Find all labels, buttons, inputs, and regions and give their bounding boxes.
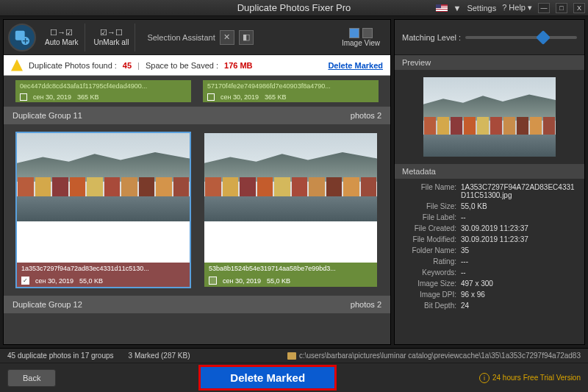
delete-marked-button[interactable]: Delete Marked bbox=[198, 365, 337, 391]
selection-tool-1-button[interactable]: ✕ bbox=[220, 30, 234, 45]
image-view-label: Image View bbox=[342, 39, 380, 47]
unmark-all-label: UnMark all bbox=[94, 38, 129, 46]
mark-checkbox[interactable] bbox=[207, 93, 215, 101]
metadata-key: Image Size: bbox=[401, 279, 461, 288]
left-panel: ☐→☑ Auto Mark ☑→☐ UnMark all Selection A… bbox=[3, 19, 391, 345]
group-header: Duplicate Group 11 photos 2 bbox=[4, 107, 390, 124]
metadata-row: File Label:-- bbox=[401, 212, 578, 223]
metadata-key: File Modified: bbox=[401, 235, 461, 243]
toolbar: ☐→☑ Auto Mark ☑→☐ UnMark all Selection A… bbox=[4, 20, 390, 55]
metadata-value: 35 bbox=[461, 246, 578, 254]
metadata-value: 24 bbox=[461, 302, 578, 310]
footer: 45 duplicate photos in 17 groups 3 Marke… bbox=[0, 348, 588, 392]
close-button[interactable]: X bbox=[573, 3, 585, 13]
back-button[interactable]: Back bbox=[7, 369, 56, 387]
metadata-row: File Name:1A353C7297F94A72AD83EC4331D11C… bbox=[401, 182, 578, 201]
preview-area bbox=[395, 70, 584, 164]
metadata-row: Rating:--- bbox=[401, 256, 578, 267]
auto-mark-button[interactable]: ☐→☑ Auto Mark bbox=[39, 24, 85, 51]
titlebar: Duplicate Photos Fixer Pro ▼ Settings ? … bbox=[0, 0, 588, 16]
group-title: Duplicate Group 12 bbox=[12, 300, 82, 309]
group-count: photos 2 bbox=[351, 111, 381, 120]
summary-text: 45 duplicate photos in 17 groups bbox=[7, 352, 114, 360]
thumbnail-card[interactable]: 1a353c7297f94a72ad83ec4331d11c5130... ✓с… bbox=[15, 132, 191, 288]
mark-checkbox[interactable] bbox=[209, 277, 217, 285]
metadata-row: File Modified:30.09.2019 11:23:37 bbox=[401, 234, 578, 245]
dropdown-caret-icon[interactable]: ▼ bbox=[453, 4, 462, 13]
selection-assistant: Selection Assistant ✕ ◧ bbox=[138, 30, 262, 45]
thumb-size: 365 KB bbox=[77, 93, 99, 101]
settings-link[interactable]: Settings bbox=[467, 4, 496, 13]
metadata-value: -- bbox=[461, 268, 578, 277]
metadata-row: File Created:30.09.2019 11:23:37 bbox=[401, 223, 578, 234]
info-bar: Duplicate Photos found : 45 | Space to b… bbox=[4, 55, 390, 76]
flag-icon[interactable] bbox=[436, 4, 448, 12]
thumb-date: сен 30, 2019 bbox=[220, 93, 259, 101]
mark-checkbox[interactable]: ✓ bbox=[21, 277, 29, 285]
metadata-row: Image DPI:96 x 96 bbox=[401, 289, 578, 300]
metadata-value: 30.09.2019 11:23:37 bbox=[461, 235, 578, 243]
thumbnail-card[interactable]: 57170f4fe2e7494986fd7e40903f8a4790... се… bbox=[203, 80, 379, 102]
delete-marked-link[interactable]: Delete Marked bbox=[328, 61, 383, 70]
thumb-date: сен 30, 2019 bbox=[33, 93, 71, 101]
metadata-key: File Created: bbox=[401, 224, 461, 232]
metadata-key: File Label: bbox=[401, 213, 461, 221]
metadata-key: Rating: bbox=[401, 257, 461, 266]
found-count: 45 bbox=[123, 61, 132, 70]
unmark-all-button[interactable]: ☑→☐ UnMark all bbox=[88, 24, 136, 51]
preview-header: Preview bbox=[395, 55, 584, 70]
selection-assistant-label: Selection Assistant bbox=[147, 33, 215, 42]
thumb-size: 55,0 KB bbox=[267, 277, 290, 285]
help-link[interactable]: ? Help ▾ bbox=[502, 3, 532, 13]
right-panel: Matching Level : Preview Metadata File N… bbox=[394, 19, 585, 345]
preview-image bbox=[423, 77, 556, 157]
thumbnail-image bbox=[17, 133, 190, 221]
info-icon: i bbox=[479, 373, 490, 383]
thumb-size: 365 KB bbox=[265, 93, 287, 101]
minimize-button[interactable]: — bbox=[538, 3, 550, 13]
thumbnail-image bbox=[204, 133, 377, 221]
thumbnail-card[interactable]: 0ec447ddc8cd43afa1f11795cf4edad4900... с… bbox=[15, 80, 191, 102]
auto-mark-label: Auto Mark bbox=[45, 38, 79, 46]
folder-icon bbox=[287, 352, 296, 360]
trial-notice: i 24 hours Free Trial Version bbox=[479, 373, 581, 383]
unmark-icon: ☑→☐ bbox=[100, 28, 123, 38]
maximize-button[interactable]: □ bbox=[556, 3, 567, 13]
mark-checkbox[interactable] bbox=[20, 93, 27, 101]
metadata-row: Keywords:-- bbox=[401, 267, 578, 278]
metadata-row: Bit Depth:24 bbox=[401, 300, 578, 311]
selection-tool-2-button[interactable]: ◧ bbox=[239, 30, 254, 45]
matching-level-row: Matching Level : bbox=[395, 20, 584, 55]
metadata-row: File Size:55,0 KB bbox=[401, 201, 578, 212]
metadata-key: Folder Name: bbox=[401, 246, 461, 254]
group-header: Duplicate Group 12 photos 2 bbox=[4, 296, 390, 313]
group-title: Duplicate Group 11 bbox=[12, 111, 82, 120]
image-view-list-button[interactable] bbox=[362, 28, 373, 38]
metadata-value: 497 x 300 bbox=[461, 279, 578, 288]
metadata-key: Bit Depth: bbox=[401, 302, 461, 310]
slider-thumb[interactable] bbox=[536, 30, 551, 45]
trial-text: 24 hours Free Trial Version bbox=[492, 374, 581, 382]
marked-text: 3 Marked (287 KB) bbox=[129, 352, 190, 360]
path-text: c:\users\barbara\pictures\luminar catalo… bbox=[299, 352, 581, 360]
matching-level-slider[interactable] bbox=[465, 36, 577, 39]
thumb-size: 55,0 KB bbox=[79, 277, 103, 285]
results-scroll-area[interactable]: 0ec447ddc8cd43afa1f11795cf4edad4900... с… bbox=[4, 76, 390, 344]
metadata-value: 1A353C7297F94A72AD83EC4331D11C51300.jpg bbox=[461, 183, 578, 199]
metadata-value: 30.09.2019 11:23:37 bbox=[461, 224, 578, 232]
space-label: Space to be Saved : bbox=[146, 61, 218, 70]
thumb-date: сен 30, 2019 bbox=[223, 277, 261, 285]
metadata-key: Keywords: bbox=[401, 268, 461, 277]
matching-level-label: Matching Level : bbox=[402, 33, 461, 42]
metadata-row: Image Size:497 x 300 bbox=[401, 278, 578, 289]
image-view-large-button[interactable] bbox=[349, 28, 359, 38]
metadata-row: Folder Name:35 bbox=[401, 245, 578, 256]
metadata-key: Image DPI: bbox=[401, 291, 461, 299]
thumb-filename: 53ba8b1524b54e319714aa58be7e99bd3... bbox=[204, 263, 377, 274]
file-path: c:\users\barbara\pictures\luminar catalo… bbox=[287, 352, 581, 360]
metadata-value: -- bbox=[461, 213, 578, 221]
space-value: 176 MB bbox=[224, 61, 253, 70]
thumbnail-card[interactable]: 53ba8b1524b54e319714aa58be7e99bd3... сен… bbox=[203, 132, 379, 288]
auto-mark-icon: ☐→☑ bbox=[50, 28, 73, 38]
metadata-list[interactable]: File Name:1A353C7297F94A72AD83EC4331D11C… bbox=[395, 179, 584, 344]
